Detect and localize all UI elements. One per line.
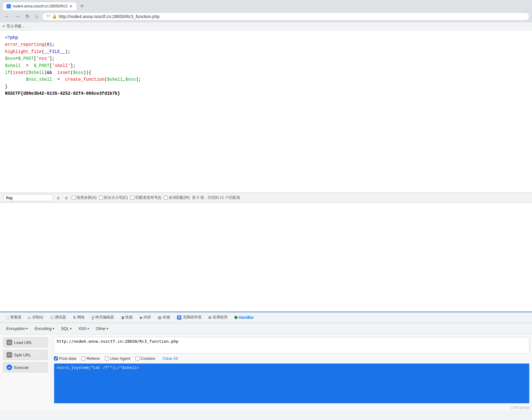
code-display: <?php error_reporting(0); highlight_file… <box>0 31 532 101</box>
address-bar-wrapper: 🛡 🔒 <box>42 12 530 21</box>
split-url-icon: ✂ <box>7 352 12 358</box>
bookmarks-import-icon: ↵ <box>2 24 6 28</box>
debugger-icon: ⬡ <box>50 315 54 320</box>
highlight-all-option[interactable]: 高亮全部(A) <box>72 195 97 200</box>
referer-checkbox-label[interactable]: Referer <box>81 356 100 361</box>
hackbar-left: ⊙ Load URL ✂ Split URL Execute <box>0 334 51 406</box>
devtools-tab-network[interactable]: ⇅ 网络 <box>70 313 88 322</box>
find-previous-button[interactable]: ∧ <box>55 195 61 201</box>
find-input[interactable] <box>3 194 53 201</box>
hackbar-menu-encoding[interactable]: Encoding ▾ <box>31 325 57 332</box>
match-diacritics-checkbox[interactable] <box>130 196 134 200</box>
code-line-6: if(isset($shell)&& isset($nss)){ <box>5 69 527 76</box>
url-input[interactable] <box>54 337 530 354</box>
tab-favicon <box>7 4 11 8</box>
devtools-tab-performance[interactable]: ◑ 性能 <box>118 313 136 322</box>
performance-icon: ◑ <box>121 315 124 320</box>
style-icon: {} <box>92 315 94 320</box>
highlight-all-checkbox[interactable] <box>72 196 76 200</box>
devtools-tab-console[interactable]: ▷ 控制台 <box>25 313 47 322</box>
address-input[interactable] <box>59 14 525 19</box>
devtools-tab-storage[interactable]: ▤ 存储 <box>155 313 173 322</box>
accessibility-icon: ♿ <box>177 315 181 320</box>
split-url-button[interactable]: ✂ Split URL <box>3 350 48 360</box>
console-icon: ▷ <box>28 315 31 320</box>
cookies-checkbox-label[interactable]: Cookies <box>135 356 155 361</box>
flag-line: NSSCTF{d89e3b42-6135-4252-92f4-066ce3fd1… <box>5 90 527 97</box>
watermark: CSDN @ymjjt <box>510 406 530 409</box>
new-tab-button[interactable]: + <box>78 2 86 10</box>
post-data-checkbox-label[interactable]: Post data <box>54 356 76 361</box>
back-button[interactable]: ← <box>2 12 11 21</box>
devtools-tab-hackbar[interactable]: HackBar <box>231 313 257 322</box>
user-agent-checkbox[interactable] <box>105 356 109 360</box>
post-data-input[interactable] <box>54 363 530 403</box>
load-url-icon: ⊙ <box>7 340 12 345</box>
code-line-4: $nss=$_POST['nss']; <box>5 55 527 62</box>
find-next-button[interactable]: ∨ <box>64 195 69 201</box>
hackbar-menu-encryption[interactable]: Encryption ▾ <box>3 325 31 332</box>
execute-button[interactable]: Execute <box>3 362 48 372</box>
encoding-dropdown-arrow: ▾ <box>53 327 54 330</box>
xss-dropdown-arrow: ▾ <box>87 327 89 330</box>
bookmarks-bar: ↵ 导入书签... <box>0 22 532 31</box>
tab-close-button[interactable]: ✕ <box>69 4 73 8</box>
case-sensitive-checkbox[interactable] <box>99 196 103 200</box>
clear-all-button[interactable]: Clear All <box>163 356 178 361</box>
devtools-bar: ⬚ 查看器 ▷ 控制台 ⬡ 调试器 ⇅ 网络 {} 样式编辑器 ◑ 性能 ◈ 内… <box>0 312 532 323</box>
user-agent-checkbox-label[interactable]: User Agent <box>105 356 130 361</box>
forward-button[interactable]: → <box>13 12 22 21</box>
lock-icon: 🔒 <box>52 14 57 19</box>
devtools-tab-accessibility[interactable]: ♿ 无障碍环境 <box>174 313 205 322</box>
code-line-3: highlight_file(__FILE__); <box>5 48 527 55</box>
hackbar-right: Post data Referer User Agent Cookies C <box>51 334 532 406</box>
encryption-dropdown-arrow: ▾ <box>26 327 28 330</box>
storage-icon: ▤ <box>158 315 161 320</box>
devtools-tab-application[interactable]: ⊞ 应用程序 <box>205 313 231 322</box>
inspector-icon: ⬚ <box>6 315 9 320</box>
application-icon: ⊞ <box>208 315 211 320</box>
hackbar-menu-sql[interactable]: SQL ▾ <box>58 325 75 332</box>
code-line-7: $nss_shell = create_function($shell,$nss… <box>5 76 527 83</box>
hackbar-panel: Encryption ▾ Encoding ▾ SQL ▾ XSS ▾ Othe… <box>0 323 532 410</box>
tab-title: node4.anna.nssctf.cn:28650/Rc3 <box>13 4 67 8</box>
whole-word-checkbox[interactable] <box>164 196 168 200</box>
cookies-checkbox[interactable] <box>135 356 139 360</box>
devtools-tab-style[interactable]: {} 样式编辑器 <box>88 313 117 322</box>
sql-dropdown-arrow: ▾ <box>70 327 72 330</box>
hackbar-menu-other[interactable]: Other ▾ <box>93 325 112 332</box>
post-data-checkbox[interactable] <box>54 356 58 360</box>
devtools-tab-debugger[interactable]: ⬡ 调试器 <box>47 313 69 322</box>
find-result: 第 5 项，共找到 11 个匹配项 <box>192 195 240 200</box>
devtools-tab-memory[interactable]: ◈ 内存 <box>136 313 154 322</box>
home-button[interactable]: ⌂ <box>33 12 40 21</box>
hackbar-menu: Encryption ▾ Encoding ▾ SQL ▾ XSS ▾ Othe… <box>0 323 532 334</box>
browser-tab[interactable]: node4.anna.nssctf.cn:28650/Rc3 ✕ <box>2 2 77 10</box>
referer-checkbox[interactable] <box>81 356 85 360</box>
devtools-tab-inspector[interactable]: ⬚ 查看器 <box>2 313 25 322</box>
checkboxes-row: Post data Referer User Agent Cookies C <box>54 356 530 361</box>
execute-icon <box>7 365 12 370</box>
hackbar-dot-icon <box>234 316 238 319</box>
whole-word-option[interactable]: 全词匹配(W) <box>164 195 190 200</box>
code-line-1: <?php <box>5 34 527 41</box>
find-bar: ∧ ∨ 高亮全部(A) 区分大小写(C) 匹配变音符号(I) 全词匹配(W) 第… <box>0 193 532 203</box>
case-sensitive-option[interactable]: 区分大小写(C) <box>99 195 128 200</box>
load-url-button[interactable]: ⊙ Load URL <box>3 337 48 347</box>
other-dropdown-arrow: ▾ <box>107 327 108 330</box>
browser-content: <?php error_reporting(0); highlight_file… <box>0 31 532 410</box>
bookmarks-link[interactable]: 导入书签... <box>7 24 25 28</box>
memory-icon: ◈ <box>139 315 142 320</box>
code-line-2: error_reporting(0); <box>5 41 527 48</box>
reload-button[interactable]: ↻ <box>24 12 31 21</box>
network-icon: ⇅ <box>73 315 76 320</box>
hackbar-menu-xss[interactable]: XSS ▾ <box>75 325 92 332</box>
match-diacritics-option[interactable]: 匹配变音符号(I) <box>130 195 161 200</box>
hackbar-body: ⊙ Load URL ✂ Split URL Execute <box>0 334 532 406</box>
code-line-5: $shell = $_POST['shell']; <box>5 62 527 69</box>
code-line-8: } <box>5 83 527 90</box>
shield-icon: 🛡 <box>46 14 50 19</box>
